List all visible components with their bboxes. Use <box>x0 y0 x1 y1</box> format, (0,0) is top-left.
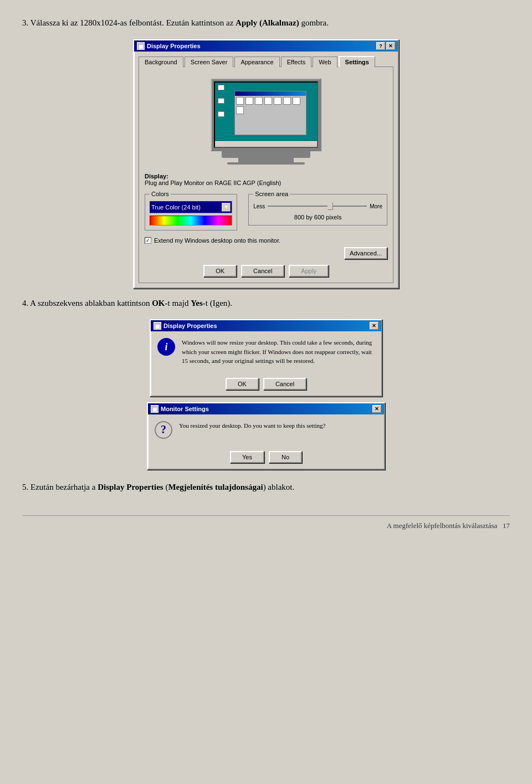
slider-track: Less More <box>253 203 382 209</box>
mini-icon-2 <box>217 98 225 106</box>
monitor-titlebar-icon: ▣ <box>151 405 158 413</box>
advanced-button[interactable]: Advanced... <box>344 247 387 259</box>
confirm-titlebar-buttons: ✕ <box>370 322 378 330</box>
footer-page-number: 17 <box>503 521 510 530</box>
monitor-text: You resized your desktop. Do you want to… <box>179 421 377 431</box>
step4-text-mid: -t majd <box>165 299 191 308</box>
mini-icon-w7 <box>293 97 300 105</box>
step4-text-end: -t (Igen). <box>203 299 232 308</box>
mini-icon-img-2 <box>218 98 224 104</box>
more-label: More <box>370 203 382 209</box>
dropdown-arrow[interactable]: ▼ <box>222 203 231 212</box>
titlebar-buttons: ? ✕ <box>376 42 395 50</box>
display-info: Display: Plug and Play Monitor on RAGE I… <box>145 173 387 186</box>
cancel-button-1[interactable]: Cancel <box>241 265 284 277</box>
titlebar-icon: ▣ <box>137 42 145 50</box>
titlebar-title-area: ▣ Display Properties <box>137 42 201 50</box>
display-properties-dialog-1: ▣ Display Properties ? ✕ Background Scre… <box>133 39 399 289</box>
monitor-close-button[interactable]: ✕ <box>372 405 381 413</box>
mini-icon-3 <box>217 111 225 119</box>
extend-checkbox[interactable]: ✓ <box>145 237 151 244</box>
step5-text-end: ) ablakot. <box>263 483 295 491</box>
close-button[interactable]: ✕ <box>386 42 395 50</box>
step3-text-end: gombra. <box>299 18 329 27</box>
color-select-value: True Color (24 bit) <box>151 204 201 211</box>
mini-icon-w8 <box>236 106 244 114</box>
color-select-wrapper: True Color (24 bit) ▼ <box>150 201 232 226</box>
mini-window-icons-row <box>236 97 305 114</box>
mini-icon-1 <box>217 85 225 93</box>
monitor-screen <box>214 81 318 148</box>
confirm-titlebar: ▣ Display Properties ✕ <box>151 320 381 331</box>
confirm-text: Windows will now resize your desktop. Th… <box>182 338 375 366</box>
mini-icon-w5 <box>274 97 282 105</box>
monitor-preview <box>145 78 387 165</box>
monitor-dialog-title: Monitor Settings <box>161 406 209 412</box>
ok-button-1[interactable]: OK <box>203 265 237 277</box>
step5-bold-2: Megjelenítés tulajdonságai <box>168 483 263 491</box>
step4-paragraph: 4. A szubszekvens ablakban kattintson OK… <box>22 297 510 310</box>
color-select-dropdown[interactable]: True Color (24 bit) ▼ <box>150 201 232 213</box>
screen-area-group: Screen area Less More 800 by 600 pixels <box>248 191 387 234</box>
monitor-titlebar-buttons: ✕ <box>372 405 381 413</box>
mini-window <box>234 91 306 135</box>
mini-icon-w2 <box>245 97 253 105</box>
colors-screen-area-section: Colors True Color (24 bit) ▼ <box>145 191 387 234</box>
monitor-no-button[interactable]: No <box>269 451 302 463</box>
confirm-close-button[interactable]: ✕ <box>370 322 378 330</box>
tab-bar: Background Screen Saver Appearance Effec… <box>139 56 393 67</box>
less-label: Less <box>253 203 265 209</box>
monitor-yes-button[interactable]: Yes <box>230 451 264 463</box>
tab-appearance[interactable]: Appearance <box>234 57 279 67</box>
monitor-outer <box>211 78 321 151</box>
mini-desktop <box>215 83 317 147</box>
tab-settings[interactable]: Settings <box>339 56 375 67</box>
slider-thumb[interactable] <box>328 202 333 210</box>
dialog-titlebar-1: ▣ Display Properties ? ✕ <box>134 40 398 52</box>
confirm-titlebar-title: ▣ Display Properties <box>154 322 217 330</box>
slider-line[interactable] <box>268 206 367 207</box>
tab-background[interactable]: Background <box>139 57 183 67</box>
monitor-stand <box>238 158 294 162</box>
info-icon: i <box>157 338 175 356</box>
colors-group: Colors True Color (24 bit) ▼ <box>145 191 237 234</box>
extend-checkbox-label: Extend my Windows desktop onto this moni… <box>154 237 280 244</box>
monitor-base <box>222 151 310 158</box>
step3-text-before: 3. Válassza ki az 1280x1024-as felbontás… <box>22 18 236 27</box>
dialog-buttons-row-1: OK Cancel Apply <box>145 265 387 277</box>
tab-web[interactable]: Web <box>313 57 337 67</box>
monitor-body: ? You resized your desktop. Do you want … <box>148 414 384 445</box>
dialog-title-1: Display Properties <box>147 43 201 49</box>
mini-icon-img-3 <box>218 111 224 117</box>
tab-effects[interactable]: Effects <box>281 57 311 67</box>
footer-text: A megfelelő képfelbontás kiválasztása <box>387 521 498 530</box>
mini-window-title <box>235 91 306 96</box>
confirm-cancel-button[interactable]: Cancel <box>263 378 306 390</box>
step5-text-before: 5. Ezután bezárhatja a <box>22 483 98 491</box>
step4-bold-ok: OK <box>152 299 165 308</box>
confirm-dialog-title: Display Properties <box>163 322 217 329</box>
page-footer: A megfelelő képfelbontás kiválasztása 17 <box>22 515 510 530</box>
monitor-buttons-row: Yes No <box>148 451 384 469</box>
confirm-titlebar-icon: ▣ <box>154 322 161 330</box>
step5-paragraph: 5. Ezután bezárhatja a Display Propertie… <box>22 481 510 494</box>
mini-icon-w3 <box>255 97 263 105</box>
mini-icon-img-1 <box>218 85 224 90</box>
screenshot-display-properties: ▣ Display Properties ? ✕ Background Scre… <box>22 39 510 289</box>
mini-icon-w1 <box>236 97 244 105</box>
step4-bold-yes: Yes <box>191 299 203 308</box>
advanced-btn-row: Advanced... <box>145 247 387 259</box>
extend-checkbox-row: ✓ Extend my Windows desktop onto this mo… <box>145 237 387 244</box>
tab-screensaver[interactable]: Screen Saver <box>185 57 234 67</box>
display-value: Plug and Play Monitor on RAGE IIC AGP (E… <box>145 180 281 186</box>
screen-area-groupbox: Screen area Less More 800 by 600 pixels <box>248 194 387 226</box>
colors-label: Colors <box>150 191 171 197</box>
help-button[interactable]: ? <box>376 42 385 50</box>
pixels-text: 800 by 600 pixels <box>253 214 382 221</box>
mini-taskbar <box>215 141 317 147</box>
monitor-titlebar-title: ▣ Monitor Settings <box>151 405 209 413</box>
confirm-ok-button[interactable]: OK <box>226 378 259 390</box>
confirm-body: i Windows will now resize your desktop. … <box>151 331 381 372</box>
monitor-settings-dialog: ▣ Monitor Settings ✕ ? You resized your … <box>147 402 385 470</box>
apply-button-1[interactable]: Apply <box>289 265 329 277</box>
